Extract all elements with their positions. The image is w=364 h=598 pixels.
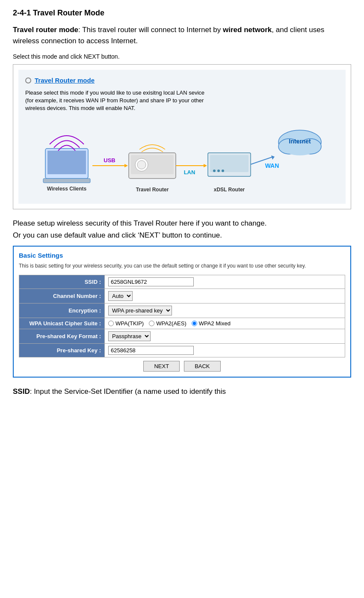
encryption-label: Encryption : [19, 303, 105, 318]
svg-marker-5 [124, 164, 128, 167]
cipher-value-cell: WPA(TKIP) WPA2(AES) WPA2 Mixed [105, 318, 345, 329]
setup-text2: Or you can use default value and click ‘… [13, 231, 351, 240]
psk-format-select[interactable]: Passphrase Hex [108, 331, 151, 341]
encryption-select[interactable]: WPA pre-shared key WEP None [108, 306, 172, 315]
psk-row: Pre-shared Key : [19, 343, 345, 357]
svg-text:LAN: LAN [183, 169, 195, 176]
psk-format-row: Pre-shared Key Format : Passphrase Hex [19, 329, 345, 343]
button-row: NEXT BACK [19, 361, 345, 372]
diagram-inner: Travel Router mode Please select this mo… [18, 70, 346, 204]
mode-label: Travel Router mode [35, 77, 95, 84]
svg-text:xDSL Router: xDSL Router [213, 187, 245, 193]
ssid-label: SSID : [19, 275, 105, 289]
intro-paragraph: Travel router mode: This travel router w… [13, 24, 351, 46]
basic-settings-title: Basic Settings [19, 252, 345, 259]
psk-value-cell [105, 343, 345, 357]
diagram-box: Travel Router mode Please select this mo… [13, 64, 351, 209]
intro-text1: : This travel router will connect to Int… [78, 26, 223, 34]
channel-label: Channel Number : [19, 289, 105, 303]
svg-text:Wireless Clients: Wireless Clients [47, 186, 86, 192]
bottom-text-span: : Input the Service-Set IDentifier (a na… [30, 387, 226, 396]
encryption-row: Encryption : WPA pre-shared key WEP None [19, 303, 345, 318]
svg-text:WAN: WAN [265, 162, 279, 169]
cipher-radio-tkip[interactable] [108, 321, 114, 326]
cipher-wpa2-mixed[interactable]: WPA2 Mixed [192, 320, 231, 327]
cipher-wpa2-aes[interactable]: WPA2(AES) [149, 320, 186, 327]
svg-point-17 [213, 170, 216, 172]
svg-rect-1 [47, 151, 86, 174]
svg-text:USB: USB [104, 157, 115, 164]
psk-input[interactable] [108, 346, 194, 355]
back-button[interactable]: BACK [184, 361, 220, 372]
cipher-row: WPA Unicast Cipher Suite : WPA(TKIP) WPA… [19, 318, 345, 329]
svg-text:Internet: Internet [289, 138, 311, 145]
ssid-row: SSID : [19, 275, 345, 289]
svg-point-27 [285, 143, 315, 155]
channel-value-cell: Auto 1234 5678 91011 [105, 289, 345, 303]
psk-format-value-cell: Passphrase Hex [105, 329, 345, 343]
svg-point-18 [217, 170, 220, 172]
cipher-radio-aes[interactable] [149, 321, 154, 326]
svg-rect-16 [210, 155, 249, 172]
radio-travel-router[interactable] [25, 77, 31, 83]
cipher-wpa-tkip[interactable]: WPA(TKIP) [108, 320, 144, 327]
svg-point-19 [222, 170, 224, 172]
basic-settings-desc: This is basic setting for your wireless … [19, 262, 345, 270]
svg-marker-13 [204, 164, 207, 167]
diagram-desc: Please select this mode if you would lik… [25, 89, 339, 113]
cipher-label: WPA Unicast Cipher Suite : [19, 318, 105, 329]
intro-bold2: wired network [223, 26, 272, 34]
ssid-input[interactable] [108, 277, 194, 286]
diagram-header: Travel Router mode [25, 77, 339, 84]
settings-table: SSID : Channel Number : Auto 1234 5678 9… [19, 275, 345, 357]
network-diagram-svg: Wireless Clients USB Travel Router LAN [33, 119, 332, 196]
encryption-value-cell: WPA pre-shared key WEP None [105, 303, 345, 318]
svg-text:Travel Router: Travel Router [136, 187, 169, 193]
bottom-paragraph: SSID: Input the Service-Set IDentifier (… [13, 386, 351, 397]
channel-row: Channel Number : Auto 1234 5678 91011 [19, 289, 345, 303]
psk-format-label: Pre-shared Key Format : [19, 329, 105, 343]
bottom-bold: SSID [13, 387, 30, 396]
page-title: 2-4-1 Travel Router Mode [13, 9, 351, 18]
next-button[interactable]: NEXT [143, 361, 180, 372]
channel-select[interactable]: Auto 1234 5678 91011 [108, 291, 133, 301]
ssid-value-cell [105, 275, 345, 289]
select-instruction: Select this mode and click NEXT button. [13, 53, 351, 60]
intro-bold1: Travel router mode [13, 26, 78, 34]
cipher-radio-group: WPA(TKIP) WPA2(AES) WPA2 Mixed [108, 320, 341, 327]
psk-label: Pre-shared Key : [19, 343, 105, 357]
basic-settings-box: Basic Settings This is basic setting for… [13, 246, 351, 378]
svg-rect-2 [43, 179, 90, 183]
cipher-radio-mixed[interactable] [192, 321, 197, 326]
setup-text1: Please setup wireless security of this T… [13, 218, 351, 229]
svg-point-10 [137, 161, 146, 169]
